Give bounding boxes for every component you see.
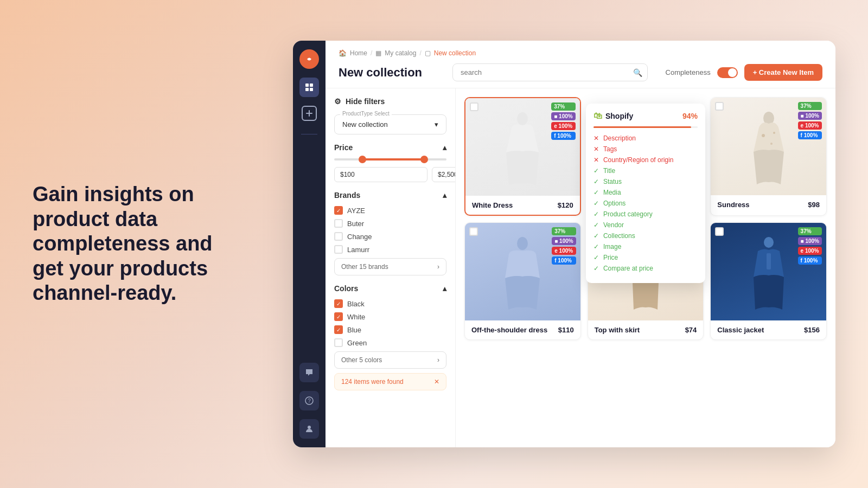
chevron-down-icon: ▾ (435, 120, 438, 129)
other-brands-button[interactable]: Other 15 brands › (334, 258, 446, 275)
hide-filters-toggle[interactable]: ⚙ Hide filters (334, 97, 446, 106)
breadcrumb-home[interactable]: Home (350, 49, 367, 57)
color-checkbox-white[interactable]: ✓ (334, 312, 343, 321)
color-item-black[interactable]: ✓ Black (334, 299, 446, 308)
range-thumb-left[interactable] (359, 156, 366, 163)
product-info-white-dress: White Dress $120 (465, 196, 580, 215)
product-select-checkbox-sundress[interactable] (715, 102, 724, 111)
brand-checkbox-change[interactable] (334, 232, 343, 241)
product-card-jacket[interactable]: 37% ■ 100% e 100% f 100% Classic jacket … (710, 222, 827, 340)
shopify-item-description: ✕ Description (593, 134, 698, 142)
color-item-white[interactable]: ✓ White (334, 312, 446, 321)
brand-checkbox-ayze[interactable]: ✓ (334, 206, 343, 215)
cross-icon: ✕ (593, 156, 599, 164)
product-card-ots-dress[interactable]: 37% ■ 100% e 100% f 100% Off-the-shoulde… (464, 222, 581, 340)
item-label-options: Options (603, 200, 626, 207)
other-colors-button[interactable]: Other 5 colors › (334, 351, 446, 369)
fb-badge-sundress: f 100% (798, 131, 822, 139)
product-card-white-dress[interactable]: 37% ■ 100% e 100% f 100% White Dress $12… (464, 97, 581, 216)
sidebar-bottom: ? (299, 363, 319, 439)
completeness-label: Completeness (666, 68, 711, 76)
filter-panel: ⚙ Hide filters ProductType Select New co… (326, 88, 456, 447)
color-item-green[interactable]: Green (334, 338, 446, 347)
sidebar-divider (301, 134, 317, 134)
breadcrumb-catalog-icon: ▦ (375, 49, 381, 57)
completeness-toggle[interactable] (717, 67, 738, 78)
sidebar-icon-chat[interactable] (299, 363, 319, 382)
brand-item-ayze[interactable]: ✓ AYZE (334, 206, 446, 215)
hide-filters-label: Hide filters (346, 97, 385, 106)
main-content: 🏠 Home / ▦ My catalog / ▢ New collection… (326, 41, 835, 447)
check-icon: ✓ (593, 200, 599, 207)
brand-item-buter[interactable]: Buter (334, 219, 446, 228)
price-max-input[interactable] (432, 167, 456, 182)
brand-checkbox-lamurr[interactable] (334, 245, 343, 254)
product-select-checkbox[interactable] (470, 102, 478, 111)
product-name-jacket: Classic jacket (717, 326, 764, 334)
product-card-sundress[interactable]: 37% ■ 100% e 100% f 100% Sundress $98 (710, 97, 827, 216)
product-name-white-dress: White Dress (472, 201, 513, 209)
svg-point-12 (770, 143, 773, 145)
found-close-icon[interactable]: ✕ (434, 378, 439, 386)
color-checkbox-blue[interactable]: ✓ (334, 325, 343, 334)
brand-item-change[interactable]: Change (334, 232, 446, 241)
shopify-item-tags: ✕ Tags (593, 145, 698, 153)
item-label-product-category: Product category (603, 210, 653, 218)
range-track (334, 158, 446, 160)
product-select-checkbox-ots[interactable] (469, 227, 478, 236)
woo-badge-ots: ■ 100% (552, 237, 576, 245)
ebay-badge-jacket: e 100% (798, 247, 822, 255)
product-grid-wrapper: 37% ■ 100% e 100% f 100% White Dress $12… (464, 97, 827, 340)
fb-badge: f 100% (551, 132, 575, 140)
color-checkbox-black[interactable]: ✓ (334, 299, 343, 308)
shopify-item-media: ✓ Media (593, 189, 698, 196)
shopify-item-options: ✓ Options (593, 200, 698, 207)
body-layout: ⚙ Hide filters ProductType Select New co… (326, 88, 835, 447)
app-window: ? 🏠 Home / ▦ My catalog / ▢ New c (293, 41, 835, 447)
sidebar-add-button[interactable] (302, 106, 317, 121)
price-range[interactable] (334, 158, 446, 160)
product-badges-sundress: 37% ■ 100% e 100% f 100% (798, 102, 822, 139)
brand-item-lamurr[interactable]: Lamurr (334, 245, 446, 254)
breadcrumb-catalog[interactable]: My catalog (385, 49, 416, 57)
sidebar-icon-help[interactable]: ? (299, 391, 319, 410)
item-label-price: Price (603, 254, 618, 261)
price-filter-header[interactable]: Price ▴ (334, 143, 446, 152)
ebay-badge-ots: e 100% (552, 247, 576, 255)
price-min-input[interactable] (334, 167, 427, 182)
other-brands-arrow-icon: › (437, 263, 439, 271)
svg-point-8 (517, 112, 528, 125)
product-select-checkbox-jacket[interactable] (715, 227, 724, 236)
search-icon: 🔍 (633, 68, 642, 77)
sidebar-logo[interactable] (299, 49, 319, 69)
header: 🏠 Home / ▦ My catalog / ▢ New collection… (326, 41, 835, 88)
product-image-white-dress: 37% ■ 100% e 100% f 100% (465, 98, 580, 196)
search-input[interactable] (452, 63, 648, 81)
brand-checkbox-buter[interactable] (334, 219, 343, 228)
colors-filter-header[interactable]: Colors ▴ (334, 284, 446, 293)
color-checkbox-green[interactable] (334, 338, 343, 347)
color-item-blue[interactable]: ✓ Blue (334, 325, 446, 334)
check-icon: ✓ (593, 178, 599, 185)
shopify-popup: 🛍 Shopify 94% ✕ Description (586, 104, 705, 283)
shopify-item-country: ✕ Country/Region of origin (593, 156, 698, 164)
shopify-title: 🛍 Shopify (593, 111, 633, 121)
score-badge-jacket: 37% (798, 227, 822, 235)
item-label-country: Country/Region of origin (603, 156, 673, 164)
product-image-sundress: 37% ■ 100% e 100% f 100% (711, 98, 826, 195)
brand-label-change: Change (347, 233, 372, 241)
brand-label-lamurr: Lamurr (347, 246, 369, 254)
header-actions: Completeness + Create New Item (666, 64, 822, 81)
sidebar-icon-user[interactable] (299, 419, 319, 439)
ebay-badge: e 100% (551, 122, 575, 130)
create-new-item-button[interactable]: + Create New Item (744, 64, 822, 81)
product-name-top-skirt: Top with skirt (595, 326, 640, 334)
product-type-select[interactable]: ProductType Select New collection ▾ (334, 114, 446, 134)
sidebar: ? (293, 41, 326, 447)
breadcrumb-page-icon: ▢ (425, 49, 431, 57)
range-thumb-right[interactable] (420, 156, 428, 163)
price-filter-section: Price ▴ (334, 143, 446, 182)
brands-filter-header[interactable]: Brands ▴ (334, 191, 446, 200)
check-icon: ✓ (593, 210, 599, 218)
sidebar-icon-grid[interactable] (299, 78, 319, 97)
